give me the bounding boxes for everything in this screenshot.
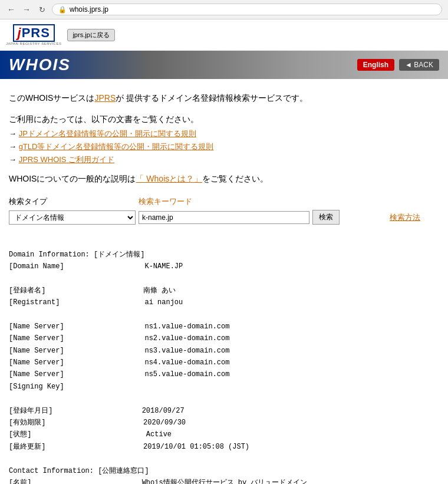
notice-heading: ご利用にあたっては、以下の文書をご覧ください。 xyxy=(9,114,427,125)
notice-link-1: JPドメイン名登録情報等の公開・開示に関する規則 xyxy=(9,129,427,139)
domain-info-result: Domain Information: [ドメイン情報] [Domain Nam… xyxy=(9,236,427,484)
search-type-select[interactable]: ドメイン名情報 IPアドレス情報 AS番号情報 xyxy=(9,210,136,225)
jprs-back-button[interactable]: jprs.jpに戻る xyxy=(67,29,114,41)
notice-links: JPドメイン名登録情報等の公開・開示に関する規則 gTLD等ドメイン名登録情報等… xyxy=(9,129,427,165)
back-nav-btn[interactable]: ← xyxy=(6,4,17,15)
intro-paragraph: このWHOISサービスはJPRSが 提供するドメイン名登録情報検索サービスです。 xyxy=(9,91,427,106)
ns3-label: [Name Server] xyxy=(9,347,144,355)
intro-text-before: このWHOISサービスは xyxy=(9,93,94,103)
whois-about-link[interactable]: 「 Whoisとは？」 xyxy=(136,174,202,183)
expiry-label: [有効期限] xyxy=(9,419,143,427)
search-keyword-label: 検索キーワード xyxy=(139,196,192,207)
ns5-value: ns5.value-domain.com xyxy=(144,370,229,378)
intro-text-after: が 提供するドメイン名登録情報検索サービスです。 xyxy=(116,93,308,103)
status-value: Active xyxy=(146,430,172,439)
domain-name-value: K-NAME.JP xyxy=(144,262,183,271)
domain-info-header: Domain Information: [ドメイン情報] xyxy=(9,251,144,259)
search-labels: 検索タイプ 検索キーワード xyxy=(9,196,427,207)
notice-link-2: gTLD等ドメイン名登録情報等の公開・開示に関する規則 xyxy=(9,141,427,152)
contact-name-ja-label: [名前] xyxy=(9,479,142,484)
whois-about-text2: をご覧ください。 xyxy=(202,174,268,183)
main-content: このWHOISサービスはJPRSが 提供するドメイン名登録情報検索サービスです。… xyxy=(0,79,436,484)
ns1-value: ns1.value-domain.com xyxy=(144,322,229,331)
registrant-ja-label: [登録者名] xyxy=(9,287,143,295)
jprs-whois-guide-link[interactable]: JPRS WHOIS ご利用ガイド xyxy=(19,155,115,164)
logo-subtitle: JAPAN REGISTRY SERVICES xyxy=(6,42,61,45)
search-help-link[interactable]: 検索方法 xyxy=(390,212,420,223)
jp-domain-rules-link[interactable]: JPドメイン名登録情報等の公開・開示に関する規則 xyxy=(19,129,196,138)
lock-icon: 🔒 xyxy=(58,6,67,14)
ns5-label: [Name Server] xyxy=(9,370,144,378)
jprs-logo: jPRS xyxy=(13,24,55,42)
whois-w: W xyxy=(9,55,25,74)
ns1-label: [Name Server] xyxy=(9,322,144,331)
notice-link-3: JPRS WHOIS ご利用ガイド xyxy=(9,154,427,165)
logo-prs: PRS xyxy=(22,25,50,40)
jprs-link[interactable]: JPRS xyxy=(94,93,116,103)
refresh-btn[interactable]: ↻ xyxy=(37,4,47,15)
search-controls: ドメイン名情報 IPアドレス情報 AS番号情報 検索 検索方法 xyxy=(9,210,427,225)
registrant-en-value: ai nanjou xyxy=(144,298,183,307)
search-input[interactable] xyxy=(139,211,309,224)
english-button[interactable]: English xyxy=(357,59,394,71)
ns4-value: ns4.value-domain.com xyxy=(144,358,229,367)
registrant-ja-value: 南條 あい xyxy=(143,287,176,295)
browser-chrome: ← → ↻ 🔒 whois.jprs.jp xyxy=(0,0,448,19)
expiry-value: 2020/09/30 xyxy=(143,419,186,427)
search-type-label: 検索タイプ xyxy=(9,196,139,207)
status-label: [状態] xyxy=(9,430,146,439)
address-bar[interactable]: 🔒 whois.jprs.jp xyxy=(52,4,442,15)
reg-date-value: 2018/09/27 xyxy=(142,407,185,415)
logo-j: j xyxy=(18,25,22,40)
site-header: jPRS JAPAN REGISTRY SERVICES jprs.jpに戻る xyxy=(0,19,448,51)
url-text: whois.jprs.jp xyxy=(70,5,108,14)
whois-rest: HOIS xyxy=(25,55,70,74)
banner-right: English ◄ BACK xyxy=(357,59,439,71)
whois-about: WHOISについての一般的な説明は「 Whoisとは？」をご覧ください。 xyxy=(9,174,427,185)
search-button[interactable]: 検索 xyxy=(312,210,340,225)
whois-title: WHOIS xyxy=(9,55,71,74)
ns4-label: [Name Server] xyxy=(9,358,144,367)
domain-name-label: [Domain Name] xyxy=(9,262,144,271)
contact-header: Contact Information: [公開連絡窓口] xyxy=(9,467,149,475)
ns2-label: [Name Server] xyxy=(9,334,144,343)
last-update-value: 2019/10/01 01:05:08 (JST) xyxy=(143,443,249,451)
signing-key-label: [Signing Key] xyxy=(9,383,64,391)
gtld-domain-rules-link[interactable]: gTLD等ドメイン名登録情報等の公開・開示に関する規則 xyxy=(19,142,214,151)
reg-date-label: [登録年月日] xyxy=(9,407,142,415)
back-arrow-button[interactable]: ◄ BACK xyxy=(399,59,439,71)
registrant-en-label: [Registrant] xyxy=(9,298,144,307)
jprs-logo-container: jPRS JAPAN REGISTRY SERVICES xyxy=(6,24,61,45)
ns2-value: ns2.value-domain.com xyxy=(144,334,229,343)
search-area: 検索タイプ 検索キーワード ドメイン名情報 IPアドレス情報 AS番号情報 検索… xyxy=(9,196,427,225)
whois-about-text1: WHOISについての一般的な説明は xyxy=(9,174,136,183)
last-update-label: [最終更新] xyxy=(9,443,143,451)
forward-nav-btn[interactable]: → xyxy=(21,4,32,15)
ns3-value: ns3.value-domain.com xyxy=(144,347,229,355)
contact-name-ja-value: Whois情報公開代行サービス by バリュードメイン xyxy=(142,479,308,484)
whois-banner: WHOIS English ◄ BACK xyxy=(0,51,448,79)
